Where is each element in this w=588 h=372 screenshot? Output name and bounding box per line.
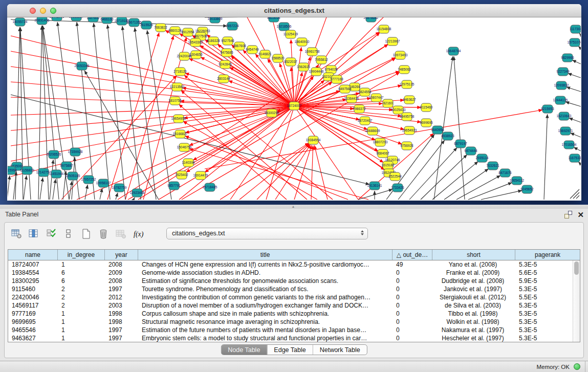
graph-node[interactable]: 82160 bbox=[383, 99, 393, 107]
graph-node[interactable]: 2803144 bbox=[217, 75, 230, 83]
graph-node[interactable]: 8471676 bbox=[498, 169, 512, 177]
graph-node[interactable]: 9975887 bbox=[60, 162, 73, 170]
graph-node[interactable]: 1562615 bbox=[297, 63, 310, 71]
table-vertical-scrollbar[interactable] bbox=[573, 260, 580, 342]
graph-node[interactable]: 20053346 bbox=[75, 62, 90, 70]
column-header-short[interactable]: short bbox=[432, 250, 515, 260]
memory-status-indicator[interactable] bbox=[574, 363, 580, 370]
graph-node[interactable]: 9860124 bbox=[168, 27, 182, 35]
tab-edge-table[interactable]: Edge Table bbox=[267, 345, 312, 355]
row-height-icon[interactable] bbox=[63, 229, 74, 239]
tab-node-table[interactable]: Node Table bbox=[221, 345, 267, 355]
graph-node[interactable]: 12093832 bbox=[554, 81, 569, 90]
graph-node[interactable]: 10033809 bbox=[208, 17, 223, 23]
graph-node[interactable]: 7663822 bbox=[154, 24, 167, 32]
table-row[interactable]: 969969511998Structural magnetic resonanc… bbox=[8, 318, 573, 326]
graph-node[interactable]: 12923468 bbox=[130, 189, 145, 197]
delete-table-icon[interactable] bbox=[98, 229, 109, 239]
table-row[interactable]: 1872400712008Changes of HCN gene express… bbox=[8, 260, 573, 269]
graph-node[interactable]: 9245652 bbox=[520, 185, 534, 193]
graph-node[interactable]: 9146821 bbox=[258, 50, 272, 58]
graph-node[interactable]: 15692971 bbox=[558, 127, 573, 135]
graph-node[interactable]: 12444135 bbox=[553, 96, 568, 104]
graph-node[interactable]: 9756928 bbox=[400, 142, 413, 150]
graph-node[interactable]: 2867608 bbox=[233, 42, 246, 50]
column-header-out_de[interactable]: △ out_de… bbox=[393, 250, 432, 260]
graph-node[interactable]: 9115460 bbox=[420, 103, 433, 112]
graph-node[interactable]: 9699695 bbox=[420, 119, 433, 127]
graph-node[interactable]: 1117304 bbox=[570, 25, 581, 33]
graph-node[interactable]: 16648784 bbox=[446, 47, 461, 55]
graph-node[interactable]: 7955812 bbox=[315, 56, 328, 64]
column-header-title[interactable]: title bbox=[138, 250, 393, 260]
graph-node[interactable]: 9463627 bbox=[403, 96, 416, 104]
table-settings-icon[interactable] bbox=[11, 229, 22, 239]
table-row[interactable]: 1938455462009Genome-wide association stu… bbox=[8, 269, 573, 277]
window-titlebar[interactable]: citations_edges.txt bbox=[7, 4, 581, 17]
graph-node[interactable]: 7632621 bbox=[486, 162, 499, 170]
graph-node[interactable]: 14055724 bbox=[13, 18, 28, 26]
graph-node[interactable]: 1527602 bbox=[86, 17, 100, 22]
table-selector-dropdown[interactable]: citations_edges.txt bbox=[166, 228, 368, 239]
graph-node[interactable]: 19218506 bbox=[277, 23, 292, 31]
graph-node[interactable]: 1810755 bbox=[168, 97, 182, 105]
graph-node[interactable]: 16961758 bbox=[305, 48, 320, 56]
graph-node[interactable]: 3824554 bbox=[358, 88, 372, 96]
table-row[interactable]: 1456911722003Disruption of a novel membe… bbox=[8, 301, 573, 310]
select-rows-icon[interactable] bbox=[46, 229, 57, 239]
graph-node[interactable]: 8813054 bbox=[267, 17, 280, 22]
table-row[interactable]: 2242004622012Investigating the contribut… bbox=[8, 293, 573, 301]
scrollbar-thumb[interactable] bbox=[574, 261, 579, 275]
new-table-icon[interactable] bbox=[80, 229, 92, 239]
graph-node[interactable]: 16210643 bbox=[557, 112, 572, 120]
minimize-window-button[interactable] bbox=[40, 8, 46, 14]
graph-node[interactable]: 10688609 bbox=[365, 127, 380, 135]
split-pane-divider[interactable]: ▲ bbox=[0, 205, 588, 209]
function-builder-icon[interactable]: f(x) bbox=[133, 229, 144, 239]
graph-node[interactable]: 19654923 bbox=[402, 126, 417, 135]
graph-node[interactable]: 18640910 bbox=[295, 38, 310, 46]
graph-node[interactable]: 16154808 bbox=[377, 25, 391, 33]
graph-node[interactable]: 1588520 bbox=[271, 54, 285, 62]
column-header-name[interactable]: name bbox=[8, 250, 58, 260]
graph-node[interactable]: 10654112 bbox=[510, 177, 525, 185]
zoom-window-button[interactable] bbox=[50, 8, 56, 14]
graph-node[interactable]: 9475685 bbox=[220, 49, 233, 57]
graph-node[interactable]: 9684067 bbox=[376, 149, 389, 158]
graph-node[interactable]: 9527546 bbox=[221, 37, 234, 45]
network-canvas[interactable]: 1405572420891406184437761065328715276026… bbox=[8, 17, 581, 201]
graph-node[interactable]: 1733426 bbox=[391, 184, 404, 192]
graph-node[interactable]: 8186328 bbox=[207, 37, 220, 45]
graph-node[interactable]: 11325419 bbox=[284, 30, 298, 38]
graph-node[interactable]: 16914479 bbox=[193, 171, 208, 180]
table-row[interactable]: 946362711997Embryonic stem cells: a mode… bbox=[8, 334, 573, 342]
graph-node[interactable]: 2935114 bbox=[476, 154, 489, 162]
graph-node[interactable]: 8912954 bbox=[181, 28, 194, 36]
close-window-button[interactable] bbox=[30, 8, 36, 14]
graph-node[interactable]: 20891406 bbox=[35, 17, 50, 25]
graph-node[interactable]: 1140394 bbox=[182, 159, 195, 167]
table-row[interactable]: 946554611997Estimation of the future num… bbox=[8, 326, 573, 334]
graph-node[interactable]: 7615526 bbox=[140, 21, 153, 29]
graph-node[interactable]: 20878682 bbox=[364, 17, 379, 22]
graph-node[interactable]: 8215953 bbox=[541, 105, 554, 113]
network-view-window[interactable]: citations_edges.txt 14055724208914061844… bbox=[7, 4, 581, 201]
graph-node[interactable]: 11156829 bbox=[20, 166, 34, 174]
graph-node[interactable]: 1615182 bbox=[381, 161, 395, 169]
close-panel-icon[interactable]: ✕ bbox=[577, 211, 584, 218]
graph-node[interactable]: 9474444 bbox=[464, 147, 477, 155]
table-row[interactable]: 1830029562008Estimation of significance … bbox=[8, 277, 573, 285]
graph-node[interactable]: 6497568 bbox=[338, 85, 352, 93]
graph-node[interactable]: 1167533 bbox=[569, 154, 581, 162]
graph-node[interactable]: 15046756 bbox=[177, 143, 192, 151]
column-header-pagerank[interactable]: pagerank bbox=[515, 250, 580, 260]
graph-node[interactable]: 18720407 bbox=[358, 117, 373, 125]
graph-node[interactable]: 6466160 bbox=[100, 17, 114, 24]
graph-node[interactable]: 15718485 bbox=[203, 183, 217, 191]
graph-node[interactable]: 1640954 bbox=[431, 126, 444, 134]
graph-node[interactable]: 6879197 bbox=[454, 140, 467, 148]
graph-node[interactable]: 12975135 bbox=[400, 80, 415, 89]
graph-node[interactable]: 11451944 bbox=[49, 170, 64, 178]
table-row[interactable]: 911546021997Tourette syndrome. Phenomeno… bbox=[8, 285, 573, 293]
graph-node[interactable]: 10653287 bbox=[69, 17, 84, 21]
